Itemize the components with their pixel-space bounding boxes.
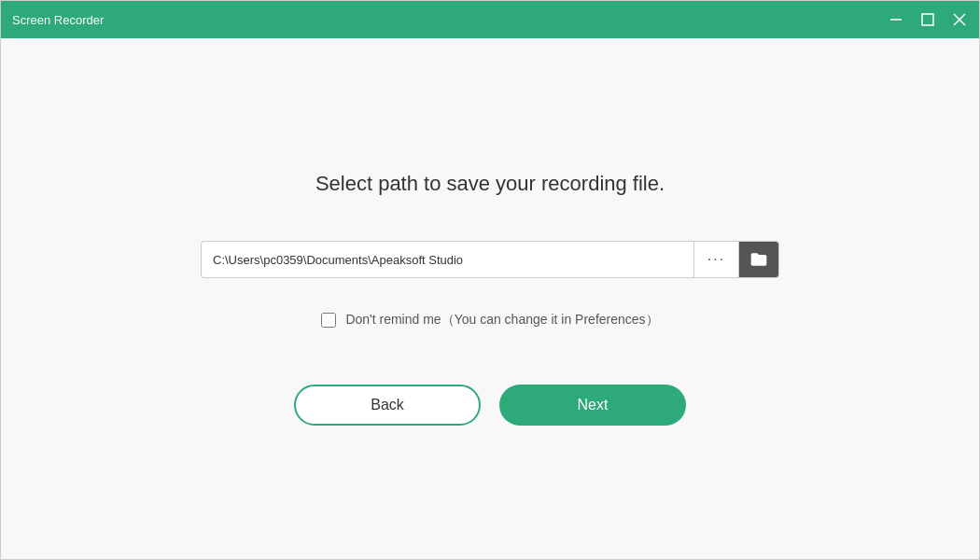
path-input[interactable] xyxy=(201,241,693,278)
close-button[interactable] xyxy=(951,11,968,28)
bottom-buttons: Back Next xyxy=(294,385,686,426)
back-button[interactable]: Back xyxy=(294,385,481,426)
title-bar: Screen Recorder xyxy=(1,1,979,38)
main-content: Select path to save your recording file.… xyxy=(1,38,979,559)
dont-remind-checkbox[interactable] xyxy=(321,313,336,328)
path-dots-button[interactable]: ··· xyxy=(693,241,738,278)
app-window: Screen Recorder Select path to save your… xyxy=(0,0,980,560)
maximize-button[interactable] xyxy=(919,11,936,28)
dots-label: ··· xyxy=(707,251,725,268)
checkbox-label[interactable]: Don't remind me（You can change it in Pre… xyxy=(345,312,658,329)
folder-icon xyxy=(749,250,768,269)
page-heading: Select path to save your recording file. xyxy=(315,172,665,196)
next-button[interactable]: Next xyxy=(499,385,686,426)
path-folder-button[interactable] xyxy=(738,241,779,278)
path-row: ··· xyxy=(201,241,779,278)
window-title: Screen Recorder xyxy=(12,13,104,27)
window-controls xyxy=(888,11,968,28)
minimize-button[interactable] xyxy=(888,11,904,28)
checkbox-row: Don't remind me（You can change it in Pre… xyxy=(321,312,658,329)
svg-rect-1 xyxy=(922,14,933,25)
